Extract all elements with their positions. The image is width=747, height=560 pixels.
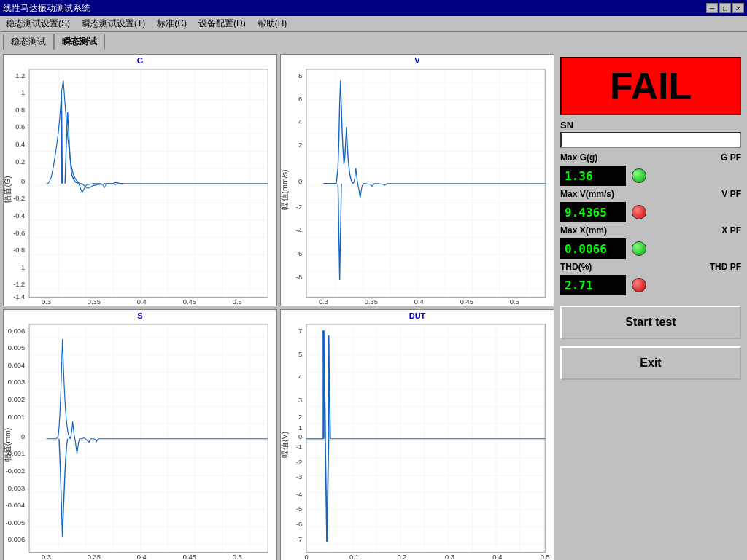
svg-text:3: 3: [298, 396, 302, 404]
max-x-header: Max X(mm) X PF: [560, 225, 741, 236]
menu-item-help[interactable]: 帮助(H): [255, 17, 290, 31]
menu-item-transient[interactable]: 瞬态测试设置(T): [79, 17, 148, 31]
sn-section: SN: [560, 120, 741, 148]
thd-header: THD(%) THD PF: [560, 262, 741, 272]
svg-text:-4: -4: [296, 490, 302, 498]
fail-label: FAIL: [610, 64, 692, 108]
v-pf-label: V PF: [721, 189, 741, 199]
thd-row: 2.71: [560, 275, 741, 295]
app-title: 线性马达振动测试系统: [3, 2, 90, 15]
svg-text:0.8: 0.8: [15, 106, 25, 114]
svg-text:0: 0: [304, 553, 308, 560]
max-x-row: 0.0066: [560, 238, 741, 259]
menu-item-standard[interactable]: 标准(C): [154, 17, 190, 31]
svg-text:-4: -4: [296, 226, 302, 234]
svg-text:-0.2: -0.2: [13, 194, 25, 202]
svg-text:0: 0: [298, 177, 302, 185]
svg-text:0: 0: [21, 177, 25, 185]
svg-text:6: 6: [298, 94, 302, 102]
max-g-header: Max G(g) G PF: [560, 152, 741, 163]
svg-text:-0.6: -0.6: [13, 228, 25, 236]
svg-text:0.006: 0.006: [8, 327, 25, 335]
svg-text:0.5: 0.5: [233, 298, 242, 306]
s-chart: S 0.006 0.005 0.004 0.003 0.002: [3, 309, 277, 560]
svg-text:0.5: 0.5: [541, 553, 550, 560]
v-chart-title: V: [414, 56, 419, 65]
svg-text:0.2: 0.2: [397, 553, 406, 560]
svg-text:-3: -3: [296, 472, 302, 481]
svg-text:0.5: 0.5: [510, 298, 519, 306]
max-g-row: 1.36: [560, 166, 741, 186]
menu-item-device[interactable]: 设备配置(D): [196, 17, 249, 31]
svg-text:0.002: 0.002: [8, 395, 25, 403]
dut-chart-title: DUT: [409, 311, 426, 320]
tab-steady[interactable]: 稳态测试: [3, 34, 54, 50]
svg-text:1: 1: [21, 88, 25, 96]
svg-text:-2: -2: [296, 203, 302, 211]
dut-chart-svg: 7 5 4 3 2 1 0 -1 -2 -3 -4 -5 -6 -7 0 0.: [281, 320, 554, 560]
svg-text:0.3: 0.3: [42, 553, 51, 560]
svg-text:幅值(G): 幅值(G): [3, 176, 12, 203]
thd-pf-label: THD PF: [710, 262, 741, 272]
start-test-button[interactable]: Start test: [560, 306, 741, 339]
svg-text:2: 2: [298, 141, 302, 149]
sn-input[interactable]: [560, 132, 741, 148]
svg-text:幅值(mm): 幅值(mm): [3, 428, 12, 462]
v-chart: V 8 6 4 2 0 -2 -4: [280, 54, 554, 306]
svg-text:-0.003: -0.003: [6, 484, 25, 492]
svg-text:0.4: 0.4: [414, 298, 424, 306]
svg-text:-6: -6: [296, 520, 302, 528]
svg-text:-8: -8: [296, 273, 302, 281]
svg-text:-2: -2: [296, 458, 302, 466]
svg-text:-0.005: -0.005: [6, 518, 25, 526]
max-v-label: Max V(mm/s): [560, 189, 614, 199]
tab-transient[interactable]: 瞬态测试: [54, 34, 105, 50]
svg-text:0.35: 0.35: [88, 298, 101, 306]
s-chart-title: S: [137, 311, 142, 320]
svg-text:0.004: 0.004: [8, 361, 25, 369]
max-g-value: 1.36: [560, 166, 626, 186]
svg-text:2: 2: [298, 413, 302, 421]
max-x-value: 0.0066: [560, 238, 626, 259]
svg-text:-7: -7: [296, 536, 302, 544]
svg-text:1.2: 1.2: [15, 71, 25, 79]
svg-text:0.5: 0.5: [233, 553, 242, 560]
close-btn[interactable]: ✕: [732, 3, 744, 13]
svg-text:1: 1: [298, 424, 302, 432]
thd-label: THD(%): [560, 262, 592, 272]
g-pf-label: G PF: [721, 152, 741, 163]
svg-text:0.005: 0.005: [8, 343, 25, 351]
svg-text:-0.006: -0.006: [6, 536, 25, 544]
sn-label: SN: [560, 120, 741, 131]
g-chart-svg: 1.2 1 0.8 0.6 0.4 0.2 0 -0.2 -0.4 -0.6 -…: [4, 65, 276, 306]
g-chart-title: G: [137, 56, 144, 65]
svg-text:-0.002: -0.002: [6, 467, 25, 475]
svg-text:0: 0: [298, 432, 302, 440]
menu-bar: 稳态测试设置(S) 瞬态测试设置(T) 标准(C) 设备配置(D) 帮助(H): [0, 16, 747, 32]
svg-text:-1.4: -1.4: [13, 292, 25, 300]
svg-text:0.1: 0.1: [349, 553, 359, 560]
svg-text:0.2: 0.2: [15, 158, 25, 166]
svg-text:幅值(mm/s): 幅值(mm/s): [280, 169, 289, 209]
exit-button[interactable]: Exit: [560, 346, 741, 380]
g-chart: G 1.2 1 0.8 0.6 0.4: [3, 54, 277, 306]
svg-text:4: 4: [298, 117, 302, 125]
minimize-btn[interactable]: ─: [706, 3, 718, 13]
right-panel: FAIL SN Max G(g) G PF 1.36 Max V(mm/s) V…: [557, 54, 744, 557]
max-v-value: 9.4365: [560, 202, 626, 222]
svg-text:0.3: 0.3: [445, 553, 454, 560]
max-v-row: 9.4365: [560, 202, 741, 222]
max-v-header: Max V(mm/s) V PF: [560, 189, 741, 199]
menu-item-steady[interactable]: 稳态测试设置(S): [3, 17, 73, 31]
dut-chart: DUT 7 5 4 3 2 1 0: [280, 309, 554, 560]
maximize-btn[interactable]: □: [719, 3, 731, 13]
svg-text:7: 7: [298, 327, 302, 335]
svg-text:0.001: 0.001: [8, 413, 25, 421]
svg-text:0.4: 0.4: [137, 298, 147, 306]
svg-text:0.6: 0.6: [15, 122, 25, 131]
svg-text:8: 8: [298, 71, 302, 79]
svg-text:0.3: 0.3: [42, 298, 51, 306]
svg-text:-1.2: -1.2: [13, 280, 25, 288]
x-pf-label: X PF: [721, 225, 741, 236]
svg-text:-1: -1: [19, 263, 25, 271]
